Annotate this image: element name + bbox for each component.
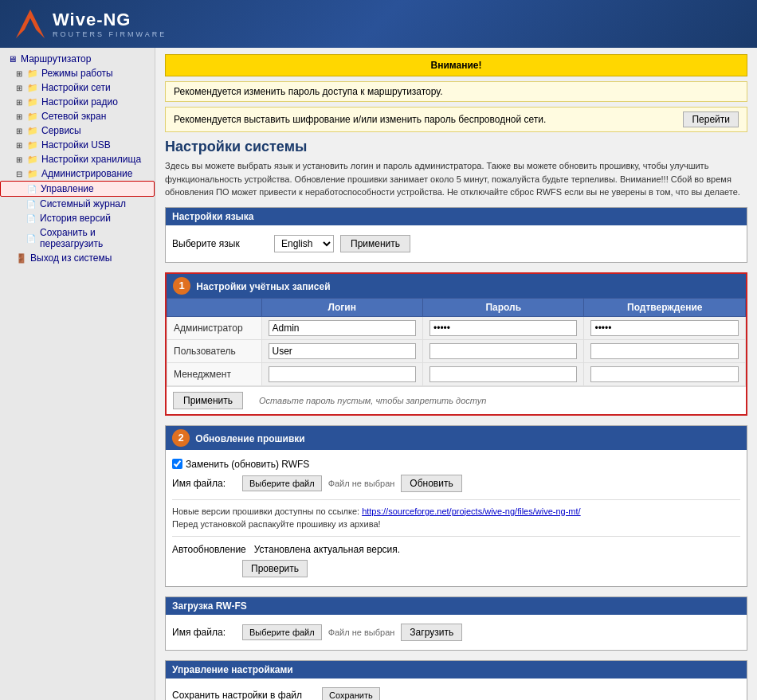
confirm-mgmt-input[interactable] (590, 366, 739, 382)
save-settings-row: Сохранить настройки в файл Сохранить (172, 685, 740, 701)
rwfs-checkbox-label[interactable]: Заменить (обновить) RWFS (172, 459, 309, 470)
sidebar-item-save-reboot[interactable]: Сохранить и перезагрузить (0, 225, 155, 251)
col-role (167, 298, 262, 316)
rwfs-file-row: Имя файла: Выберите файл Файл не выбран … (172, 621, 740, 643)
confirm-admin-cell (584, 316, 746, 339)
language-section-header: Настройки языка (166, 208, 747, 225)
expand-icon: ⊞ (16, 155, 22, 164)
col-confirm: Подтверждение (584, 298, 746, 316)
sidebar-item-services[interactable]: ⊞ Сервисы (0, 123, 155, 138)
confirm-mgmt-cell (584, 362, 746, 385)
language-apply-button[interactable]: Применить (340, 235, 410, 252)
firmware-choose-button[interactable]: Выберите файл (242, 475, 322, 491)
goto-button[interactable]: Перейти (683, 111, 739, 127)
table-row: Пользователь (167, 339, 746, 362)
accounts-hint: Оставьте пароль пустым, чтобы запретить … (259, 396, 486, 405)
password-user-input[interactable] (429, 343, 577, 359)
rwfs-section: Загрузка RW-FS Имя файла: Выберите файл … (165, 596, 747, 651)
page-icon (25, 213, 37, 224)
expand-icon: ⊞ (16, 127, 22, 135)
firmware-section-header: 2 Обновление прошивки (166, 426, 747, 450)
accounts-section: 1 Настройки учётных записей Логин Пароль… (165, 272, 747, 416)
confirm-user-cell (584, 339, 746, 362)
page-description: Здесь вы можете выбрать язык и установит… (165, 159, 747, 199)
table-row: Менеджмент (167, 362, 746, 385)
table-row: Администратор (167, 316, 746, 339)
login-admin-input[interactable] (269, 320, 416, 336)
sidebar-item-usb[interactable]: ⊞ Настройки USB (0, 138, 155, 152)
sidebar-item-network[interactable]: ⊞ Настройки сети (0, 80, 155, 95)
folder-icon (27, 168, 38, 179)
folder-icon (27, 111, 38, 122)
rwfs-file-label: Имя файла: (172, 627, 236, 638)
password-mgmt-input[interactable] (429, 366, 577, 382)
alert-text-2: Рекомендуется выставить шифрование и/или… (174, 114, 546, 125)
firmware-file-row: Имя файла: Выберите файл Файл не выбран … (172, 472, 740, 495)
brand-sub: ROUTERS FIRMWARE (53, 30, 167, 38)
sidebar-item-admin[interactable]: ⊟ Администрирование (0, 166, 155, 181)
sidebar-item-syslog[interactable]: Системный журнал (0, 197, 155, 211)
page-icon (25, 233, 37, 244)
login-admin-cell (261, 316, 422, 339)
login-user-input[interactable] (269, 343, 416, 359)
auto-update-label: Автообновление (172, 544, 246, 555)
check-row: Проверить (172, 557, 740, 580)
role-mgmt: Менеджмент (167, 362, 262, 385)
page-icon (26, 183, 37, 194)
folder-icon (27, 154, 38, 165)
col-login: Логин (261, 298, 422, 316)
badge-1: 1 (173, 277, 190, 295)
folder-icon (27, 125, 38, 136)
sidebar-item-logout[interactable]: Выход из системы (0, 251, 155, 265)
password-admin-input[interactable] (429, 320, 577, 336)
expand-icon: ⊞ (16, 98, 22, 107)
accounts-apply-button[interactable]: Применить (173, 392, 243, 409)
firmware-section-body: Заменить (обновить) RWFS Имя файла: Выбе… (166, 450, 747, 586)
sidebar-item-radio[interactable]: ⊞ Настройки радио (0, 95, 155, 109)
sidebar-item-management[interactable]: Управление (0, 181, 155, 197)
expand-icon: ⊞ (16, 69, 22, 78)
sidebar-item-router[interactable]: Маршрутизатор (0, 52, 155, 66)
brand-name: Wive-NG (53, 10, 167, 30)
language-row: Выберите язык English Русский Deutsch Пр… (172, 232, 740, 256)
firmware-note: Новые версии прошивки доступны по ссылке… (172, 505, 740, 531)
confirm-user-input[interactable] (590, 343, 739, 359)
rwfs-choose-button[interactable]: Выберите файл (242, 624, 322, 640)
firmware-link[interactable]: https://sourceforge.net/projects/wive-ng… (362, 506, 581, 516)
expand-icon: ⊟ (16, 170, 22, 178)
confirm-admin-input[interactable] (590, 320, 739, 336)
exit-icon (16, 252, 27, 264)
header: Wive-NG ROUTERS FIRMWARE (0, 0, 757, 48)
sidebar-item-history[interactable]: История версий (0, 211, 155, 225)
accounts-table: Логин Пароль Подтверждение Администратор (167, 298, 746, 386)
login-mgmt-input[interactable] (269, 366, 416, 382)
accounts-section-header: 1 Настройки учётных записей (167, 274, 746, 298)
logo-text: Wive-NG ROUTERS FIRMWARE (53, 10, 167, 38)
badge-2: 2 (172, 429, 190, 447)
accounts-footer: Применить Оставьте пароль пустым, чтобы … (167, 386, 746, 414)
check-button[interactable]: Проверить (242, 560, 308, 577)
sidebar-item-modes[interactable]: ⊞ Режимы работы (0, 66, 155, 80)
language-section-body: Выберите язык English Русский Deutsch Пр… (166, 225, 747, 262)
alert-box-2: Рекомендуется выставить шифрование и/или… (165, 107, 747, 132)
role-user: Пользователь (167, 339, 262, 362)
sidebar-item-firewall[interactable]: ⊞ Сетевой экран (0, 109, 155, 123)
firmware-no-file: Файл не выбран (328, 479, 395, 488)
sidebar: Маршрутизатор ⊞ Режимы работы ⊞ Настройк… (0, 48, 155, 700)
router-icon (6, 53, 18, 65)
rwfs-upload-button[interactable]: Загрузить (401, 624, 462, 641)
warning-title: Внимание! (431, 60, 482, 71)
divider (172, 536, 740, 537)
warning-banner: Внимание! (165, 54, 747, 76)
folder-icon (27, 68, 38, 79)
language-select[interactable]: English Русский Deutsch (274, 235, 334, 252)
rwfs-section-header: Загрузка RW-FS (166, 597, 747, 615)
save-settings-button[interactable]: Сохранить (322, 687, 380, 701)
rwfs-section-body: Имя файла: Выберите файл Файл не выбран … (166, 615, 747, 650)
firmware-update-button[interactable]: Обновить (401, 475, 461, 492)
sidebar-item-storage[interactable]: ⊞ Настройки хранилища (0, 152, 155, 166)
auto-update-status: Установлена актуальная версия. (254, 544, 400, 555)
role-admin: Администратор (167, 316, 262, 339)
main-content: Внимание! Рекомендуется изменить пароль … (155, 48, 757, 700)
rwfs-checkbox[interactable] (172, 459, 182, 469)
